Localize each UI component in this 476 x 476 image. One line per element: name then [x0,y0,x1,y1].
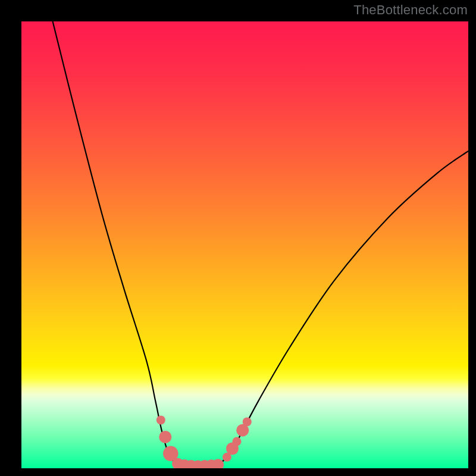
curve-marker [232,437,241,446]
curve-line [53,21,468,466]
chart-frame: TheBottleneck.com [0,0,476,476]
curve-markers [156,415,252,468]
watermark-text: TheBottleneck.com [353,2,468,18]
bottleneck-curve [21,21,468,468]
curve-marker [156,415,165,424]
curve-marker [159,431,171,443]
plot-area [21,21,468,468]
curve-marker [243,417,252,426]
